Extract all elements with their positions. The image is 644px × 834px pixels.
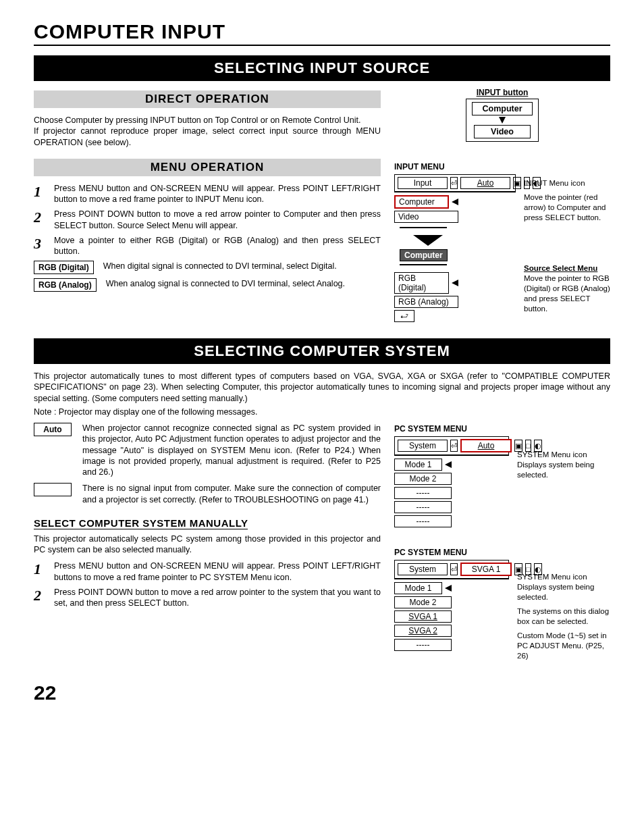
computer-pill: Computer bbox=[400, 249, 448, 261]
sys-para: This projector automatically tunes to mo… bbox=[34, 371, 610, 404]
pc2-note1: SYSTEM Menu icon Displays system being s… bbox=[517, 572, 610, 602]
heading-select-manual: SELECT COMPUTER SYSTEM MANUALLY bbox=[34, 517, 248, 529]
pc2-system-cell: System bbox=[398, 563, 448, 575]
note-source-select-title: Source Select Menu bbox=[524, 264, 597, 272]
blank-text: There is no signal input from computer. … bbox=[82, 483, 381, 505]
menu-item-rgb-analog: RGB (Analog) bbox=[394, 296, 458, 308]
page-number: 22 bbox=[34, 681, 610, 704]
pc-system-menu-label-1: PC SYSTEM MENU bbox=[394, 424, 610, 434]
input-menu-panel: Input ⏎ Auto ▣ □ ◐ bbox=[394, 174, 516, 192]
menu-item-video: Video bbox=[394, 211, 458, 223]
enter-icon: ⏎ bbox=[450, 177, 458, 189]
step-number-1: 1 bbox=[34, 183, 47, 201]
big-arrow-down-icon bbox=[413, 235, 443, 246]
rgb-analog-text: When analog signal is connected to DVI t… bbox=[106, 278, 381, 289]
step-number-3: 3 bbox=[34, 235, 47, 253]
pc2-svga1: SVGA 1 bbox=[394, 610, 452, 623]
pc2-note3: Custom Mode (1~5) set in PC ADJUST Menu.… bbox=[517, 631, 610, 661]
step3-text: Move a pointer to either RGB (Digital) o… bbox=[54, 235, 381, 257]
sys-note: Note : Projector may display one of the … bbox=[34, 407, 610, 417]
pc-system-menu-label-2: PC SYSTEM MENU bbox=[394, 548, 610, 557]
rgb-digital-text: When digital signal is connected to DVI … bbox=[103, 261, 381, 271]
diag-computer: Computer bbox=[472, 102, 532, 115]
pc-mode2: Mode 2 bbox=[394, 473, 452, 485]
arrow-left-icon-3 bbox=[445, 461, 452, 468]
page-title: COMPUTER INPUT bbox=[34, 20, 610, 46]
pc2-note2: The systems on this dialog box can be se… bbox=[517, 606, 610, 627]
pc2-mode2: Mode 2 bbox=[394, 596, 452, 608]
note-input-menu-icon: INPUT Menu icon bbox=[524, 178, 610, 188]
pc2-dash: ----- bbox=[394, 639, 452, 651]
step-number-2: 2 bbox=[34, 209, 47, 226]
input-menu-heading: INPUT MENU bbox=[394, 162, 610, 172]
arrow-left-icon bbox=[452, 199, 458, 205]
input-button-heading: INPUT button bbox=[394, 88, 610, 97]
banner-selecting-computer-system: SELECTING COMPUTER SYSTEM bbox=[34, 338, 610, 364]
pc-note1: SYSTEM Menu icon Displays system being s… bbox=[517, 450, 610, 480]
pc-system-cell: System bbox=[398, 440, 448, 452]
pc2-mode1: Mode 1 bbox=[394, 582, 442, 594]
pc-dash-3: ----- bbox=[394, 515, 452, 527]
pc-dash-2: ----- bbox=[394, 501, 452, 513]
pc2-svga1-cell: SVGA 1 bbox=[460, 563, 512, 576]
diag-video: Video bbox=[474, 125, 531, 138]
mstep1-text: Press MENU button and ON-SCREEN MENU wil… bbox=[54, 561, 381, 583]
manual-para: This projector automatically selects PC … bbox=[34, 533, 381, 556]
menu-item-computer: Computer bbox=[394, 195, 449, 209]
arrow-down-icon bbox=[499, 117, 506, 124]
auto-text: When projector cannot recognize connecte… bbox=[82, 423, 381, 477]
enter-icon-2: ⏎ bbox=[450, 440, 458, 452]
pc-auto-cell: Auto bbox=[460, 439, 512, 452]
banner-selecting-input-source: SELECTING INPUT SOURCE bbox=[34, 55, 610, 81]
pc-menu-panel-1: System ⏎ Auto ▣ □ ◐ bbox=[394, 436, 509, 456]
rgb-digital-label: RGB (Digital) bbox=[34, 261, 94, 274]
pc-mode1: Mode 1 bbox=[394, 459, 442, 471]
pc2-svga2: SVGA 2 bbox=[394, 625, 452, 637]
direct-op-p1: Choose Computer by pressing INPUT button… bbox=[34, 115, 381, 126]
heading-direct-operation: DIRECT OPERATION bbox=[34, 90, 381, 108]
step1-text: Press MENU button and ON-SCREEN MENU wil… bbox=[54, 183, 381, 205]
note-move-pointer: Move the pointer (red arrow) to Computer… bbox=[524, 192, 610, 223]
input-button-diagram: INPUT button Computer Video bbox=[394, 88, 610, 142]
arrow-left-icon-4 bbox=[445, 585, 452, 592]
step2-text: Press POINT DOWN button to move a red ar… bbox=[54, 209, 381, 231]
arrow-left-icon-2 bbox=[452, 280, 458, 286]
heading-menu-operation: MENU OPERATION bbox=[34, 159, 381, 176]
mstep-number-1: 1 bbox=[34, 561, 47, 578]
mstep2-text: Press POINT DOWN button to move a red ar… bbox=[54, 587, 381, 609]
pc-menu-panel-2: System ⏎ SVGA 1 ▣ □ ◐ bbox=[394, 560, 509, 579]
menu-item-return-icon: ⮐ bbox=[394, 310, 414, 322]
direct-op-p2: If projector cannot reproduce proper ima… bbox=[34, 126, 381, 148]
note-source-select-body: Move the pointer to RGB (Digital) or RGB… bbox=[524, 273, 610, 314]
enter-icon-3: ⏎ bbox=[450, 563, 458, 575]
mstep-number-2: 2 bbox=[34, 587, 47, 604]
rgb-analog-label: RGB (Analog) bbox=[34, 278, 97, 292]
menu-item-rgb-digital: RGB (Digital) bbox=[394, 272, 449, 294]
menu-input-cell: Input bbox=[398, 177, 448, 189]
pc-dash-1: ----- bbox=[394, 487, 452, 499]
menu-icon-1: ▣ bbox=[513, 177, 521, 189]
menu-auto-cell: Auto bbox=[460, 177, 510, 189]
auto-label-box: Auto bbox=[34, 423, 72, 436]
